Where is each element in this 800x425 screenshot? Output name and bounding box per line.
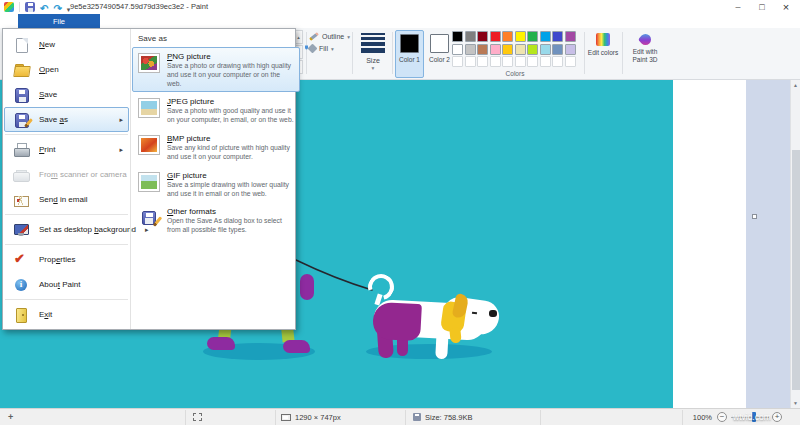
palette-swatch-empty[interactable]	[552, 56, 563, 67]
dog-purple-patch	[372, 302, 422, 341]
group-separator	[392, 32, 393, 74]
file-menu-item-open[interactable]: Open	[4, 57, 129, 82]
paint-app-icon	[4, 2, 14, 12]
save-as-option-jpeg-picture[interactable]: JPEG pictureSave a photo with good quali…	[132, 92, 300, 129]
group-separator	[622, 32, 623, 74]
window-controls	[726, 0, 798, 14]
color1-swatch	[400, 34, 419, 53]
file-menu-item-properties[interactable]: Properties	[4, 247, 129, 272]
palette-swatch[interactable]	[502, 31, 513, 42]
new-document-icon	[13, 37, 30, 53]
file-menu-item-about-paint[interactable]: About Paint	[4, 272, 129, 297]
palette-swatch-empty[interactable]	[527, 56, 538, 67]
scrollbar-thumb[interactable]	[792, 150, 800, 390]
palette-swatch[interactable]	[477, 44, 488, 55]
palette-swatch[interactable]	[477, 31, 488, 42]
group-separator	[352, 32, 353, 74]
edit-with-paint3d-button[interactable]: Edit with Paint 3D	[625, 30, 665, 78]
file-menu-item-new[interactable]: New	[4, 32, 129, 57]
palette-swatch[interactable]	[565, 44, 576, 55]
palette-swatch[interactable]	[490, 44, 501, 55]
palette-swatch[interactable]	[465, 44, 476, 55]
color2-button[interactable]: Color 2	[425, 30, 454, 78]
palette-swatch[interactable]	[452, 31, 463, 42]
palette-swatch[interactable]	[552, 44, 563, 55]
file-menu-item-save-as[interactable]: Save as▸	[4, 107, 129, 132]
menu-item-label: About Paint	[39, 280, 80, 289]
palette-swatch[interactable]	[465, 31, 476, 42]
file-menu-item-exit[interactable]: Exit	[4, 302, 129, 327]
save-as-option-bmp-picture[interactable]: BMP pictureSave any kind of picture with…	[132, 129, 300, 166]
palette-swatch[interactable]	[502, 44, 513, 55]
file-menu-list: NewOpenSaveSave as▸Print▸From scanner or…	[3, 29, 130, 329]
selection-size-icon	[193, 413, 202, 421]
restore-icon[interactable]	[750, 0, 774, 14]
file-menu-item-send-in-email[interactable]: Send in email	[4, 187, 129, 212]
palette-swatch[interactable]	[515, 44, 526, 55]
paint3d-label: Edit with Paint 3D	[625, 48, 665, 65]
color1-button[interactable]: Color 1	[395, 30, 424, 78]
quick-access-toolbar	[4, 1, 70, 13]
file-menu-item-print[interactable]: Print▸	[4, 137, 129, 162]
save-icon[interactable]	[25, 2, 35, 12]
palette-swatch[interactable]	[527, 44, 538, 55]
close-icon[interactable]	[774, 0, 798, 14]
edit-colors-label: Edit colors	[588, 49, 618, 57]
palette-swatch-empty[interactable]	[477, 56, 488, 67]
other-formats-icon	[138, 208, 160, 228]
palette-swatch[interactable]	[515, 31, 526, 42]
file-menu-item-set-as-desktop-background[interactable]: Set as desktop background▸	[4, 217, 129, 242]
vertical-scrollbar[interactable]	[790, 80, 800, 408]
dog-nose	[489, 310, 497, 317]
menu-separator	[5, 134, 128, 135]
color-palette	[452, 31, 576, 67]
submenu-arrow-icon: ▸	[119, 146, 123, 154]
save-as-option-png-picture[interactable]: PNG pictureSave a photo or drawing with …	[132, 47, 300, 92]
format-title: BMP picture	[167, 134, 295, 143]
palette-swatch-empty[interactable]	[465, 56, 476, 67]
palette-swatch[interactable]	[540, 31, 551, 42]
palette-swatch[interactable]	[490, 31, 501, 42]
palette-swatch[interactable]	[452, 44, 463, 55]
window-title: 9e5e3257490547.59d79d39ec3e2 - Paint	[70, 2, 208, 11]
menu-item-label: Open	[39, 65, 59, 74]
palette-swatch[interactable]	[527, 31, 538, 42]
edit-colors-button[interactable]: Edit colors	[587, 30, 619, 78]
status-separator	[405, 410, 406, 425]
minimize-icon[interactable]	[726, 0, 750, 14]
fill-label: Fill	[319, 45, 328, 52]
scroll-down-icon[interactable]	[791, 398, 800, 408]
canvas-resize-handle[interactable]	[752, 214, 757, 219]
file-size-value: Size: 758.9KB	[425, 413, 473, 422]
file-tab[interactable]: File	[18, 14, 100, 28]
gif-picture-icon	[138, 172, 160, 192]
palette-swatch-empty[interactable]	[540, 56, 551, 67]
color2-label: Color 2	[428, 56, 452, 64]
zoom-in-icon[interactable]: +	[772, 412, 782, 422]
file-menu-item-save[interactable]: Save	[4, 82, 129, 107]
format-description: Save any kind of picture with high quali…	[167, 144, 295, 162]
palette-swatch[interactable]	[540, 44, 551, 55]
dog-illustration	[360, 268, 505, 368]
outline-button[interactable]: Outline ▾	[309, 33, 350, 40]
palette-swatch-empty[interactable]	[490, 56, 501, 67]
palette-swatch-empty[interactable]	[565, 56, 576, 67]
printer-icon	[13, 142, 30, 158]
palette-swatch-empty[interactable]	[502, 56, 513, 67]
zoom-out-icon[interactable]: −	[717, 412, 727, 422]
palette-swatch-empty[interactable]	[515, 56, 526, 67]
save-as-option-gif-picture[interactable]: GIF pictureSave a simple drawing with lo…	[132, 166, 300, 203]
fill-button[interactable]: Fill ▾	[309, 45, 350, 52]
palette-swatch[interactable]	[565, 31, 576, 42]
palette-swatch[interactable]	[552, 31, 563, 42]
palette-swatch-empty[interactable]	[452, 56, 463, 67]
save-as-option-other-formats[interactable]: Other formatsOpen the Save As dialog box…	[132, 202, 300, 239]
size-button[interactable]: Size ▾	[356, 31, 390, 77]
file-menu-item-from-scanner-or-camera[interactable]: From scanner or camera	[4, 162, 129, 187]
format-description: Save a photo with good quality and use i…	[167, 107, 295, 125]
menu-item-label: Save as	[39, 115, 68, 124]
jpeg-picture-icon	[138, 98, 160, 118]
save-as-floppy-icon	[13, 112, 30, 128]
menu-item-label: From scanner or camera	[39, 170, 127, 179]
scroll-up-icon[interactable]	[791, 80, 800, 90]
